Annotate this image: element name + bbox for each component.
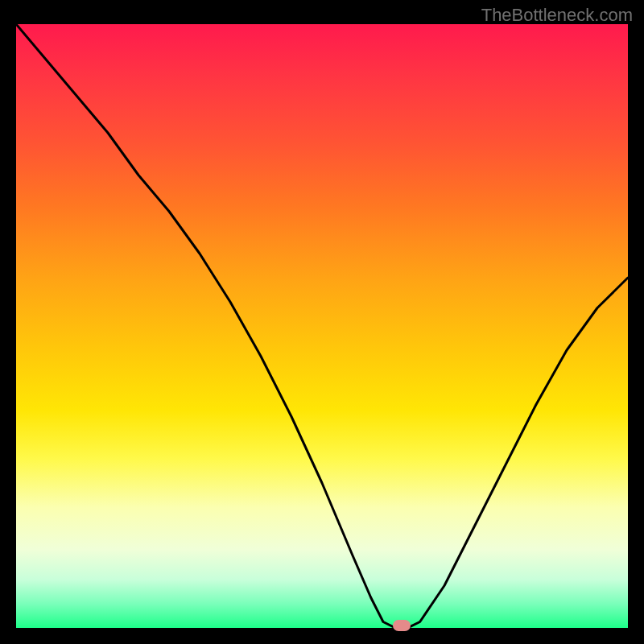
watermark-text: TheBottleneck.com bbox=[481, 5, 633, 26]
optimal-point-marker bbox=[393, 620, 411, 631]
bottleneck-curve-svg bbox=[16, 24, 628, 628]
bottleneck-curve-path bbox=[16, 24, 628, 628]
